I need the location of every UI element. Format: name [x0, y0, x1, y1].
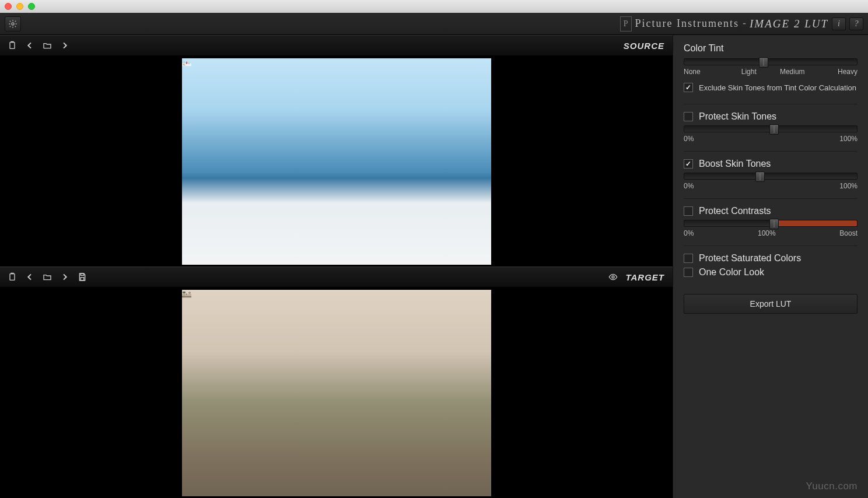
contrasts-max: Boost: [839, 229, 858, 237]
svg-rect-20: [186, 293, 187, 294]
protect-contrasts-range: 0% 100% Boost: [684, 229, 858, 237]
protect-skin-range: 0% 100%: [684, 135, 858, 143]
boost-skin-thumb[interactable]: [755, 171, 765, 182]
color-tint-slider[interactable]: [684, 58, 858, 65]
protect-saturated-label: Protect Saturated Colors: [699, 253, 801, 264]
svg-rect-14: [182, 295, 191, 297]
protect-contrasts-thumb[interactable]: [769, 219, 779, 229]
minimize-window-button[interactable]: [16, 3, 23, 10]
svg-point-19: [186, 293, 187, 293]
exclude-skin-checkbox[interactable]: [684, 83, 693, 92]
protect-contrasts-label: Protect Contrasts: [699, 206, 771, 216]
info-button[interactable]: i: [832, 17, 846, 30]
chevron-right-icon: [60, 41, 69, 50]
misc-checks-section: Protect Saturated Colors One Color Look: [684, 250, 858, 285]
tint-label-medium: Medium: [771, 68, 814, 76]
contrasts-min: 0%: [684, 229, 694, 237]
settings-button[interactable]: [5, 16, 21, 31]
chevron-right-icon: [60, 272, 69, 282]
exclude-skin-label: Exclude Skin Tones from Tint Color Calcu…: [699, 83, 856, 92]
tint-label-none: None: [684, 68, 727, 76]
boost-skin-section: Boost Skin Tones 0% 100%: [684, 155, 858, 199]
target-open-button[interactable]: [41, 271, 54, 283]
boost-skin-slider[interactable]: [684, 173, 858, 180]
svg-rect-12: [80, 278, 83, 280]
boost-skin-min: 0%: [684, 182, 694, 190]
clipboard-icon: [8, 41, 17, 50]
target-next-button[interactable]: [58, 271, 71, 283]
source-label: SOURCE: [624, 41, 664, 51]
svg-point-8: [183, 64, 184, 65]
target-scene-illustration: [182, 290, 191, 299]
svg-point-0: [12, 23, 14, 25]
source-viewer: SOURCE: [0, 35, 673, 266]
folder-icon: [43, 272, 52, 282]
target-prev-button[interactable]: [23, 271, 36, 283]
tint-label-light: Light: [727, 68, 771, 76]
boost-skin-checkbox[interactable]: [684, 159, 693, 169]
source-prev-button[interactable]: [23, 39, 36, 52]
protect-skin-section: Protect Skin Tones 0% 100%: [684, 108, 858, 152]
app-name: image 2 lut: [750, 17, 828, 30]
source-open-button[interactable]: [41, 39, 54, 52]
target-preview-toggle[interactable]: [607, 271, 620, 283]
target-save-button[interactable]: [76, 271, 89, 283]
brand-name: Picture Instruments: [635, 17, 739, 30]
protect-saturated-checkbox[interactable]: [684, 254, 693, 263]
svg-rect-5: [187, 62, 188, 62]
svg-rect-3: [186, 62, 187, 64]
image-viewport: SOURCE: [0, 35, 673, 498]
boost-skin-max: 100%: [839, 182, 858, 190]
maximize-window-button[interactable]: [28, 3, 35, 10]
svg-point-6: [188, 62, 189, 64]
color-tint-thumb[interactable]: [759, 57, 768, 68]
color-tint-labels: None Light Medium Heavy: [684, 68, 858, 76]
target-recent-button[interactable]: [6, 271, 19, 283]
one-color-look-label: One Color Look: [699, 267, 764, 278]
source-image-area[interactable]: [0, 56, 673, 266]
clipboard-icon: [8, 272, 17, 282]
source-next-button[interactable]: [58, 39, 71, 52]
protect-skin-max: 100%: [839, 135, 858, 143]
save-icon: [78, 272, 87, 282]
boost-skin-range: 0% 100%: [684, 182, 858, 190]
target-label: TARGET: [625, 272, 664, 282]
protect-contrasts-slider[interactable]: [684, 220, 858, 227]
protect-skin-label: Protect Skin Tones: [699, 111, 776, 122]
target-viewer: TARGET: [0, 266, 673, 498]
protect-contrasts-checkbox[interactable]: [684, 206, 693, 216]
source-toolbar: SOURCE: [0, 35, 673, 56]
gear-icon: [8, 19, 18, 29]
target-toolbar: TARGET: [0, 266, 673, 287]
target-image: [182, 290, 491, 496]
brand-logo: P: [620, 16, 632, 31]
svg-point-13: [612, 276, 614, 278]
tint-label-heavy: Heavy: [814, 68, 858, 76]
protect-skin-slider[interactable]: [684, 125, 858, 132]
controls-panel: Color Tint None Light Medium Heavy Exclu…: [673, 35, 868, 498]
close-window-button[interactable]: [5, 3, 12, 10]
protect-skin-checkbox[interactable]: [684, 112, 693, 121]
source-scene-illustration: [182, 58, 191, 68]
svg-point-17: [188, 292, 190, 294]
protect-skin-min: 0%: [684, 135, 694, 143]
folder-icon: [43, 41, 52, 50]
one-color-look-checkbox[interactable]: [684, 268, 693, 277]
color-tint-section: Color Tint None Light Medium Heavy Exclu…: [684, 43, 858, 104]
source-recent-button[interactable]: [6, 39, 19, 52]
boost-skin-label: Boost Skin Tones: [699, 159, 771, 169]
brand-separator: -: [743, 17, 746, 30]
svg-point-9: [184, 64, 185, 65]
svg-rect-1: [10, 43, 15, 49]
export-lut-button[interactable]: Export LUT: [684, 294, 858, 314]
eye-icon: [608, 272, 618, 282]
color-tint-title: Color Tint: [684, 43, 858, 54]
chevron-left-icon: [25, 41, 34, 50]
protect-skin-thumb[interactable]: [769, 124, 779, 135]
source-image: [182, 58, 491, 265]
help-button[interactable]: ?: [849, 17, 863, 30]
svg-rect-11: [80, 273, 83, 275]
watermark: Yuucn.com: [806, 481, 858, 492]
svg-point-15: [182, 291, 185, 293]
target-image-area[interactable]: [0, 287, 673, 498]
